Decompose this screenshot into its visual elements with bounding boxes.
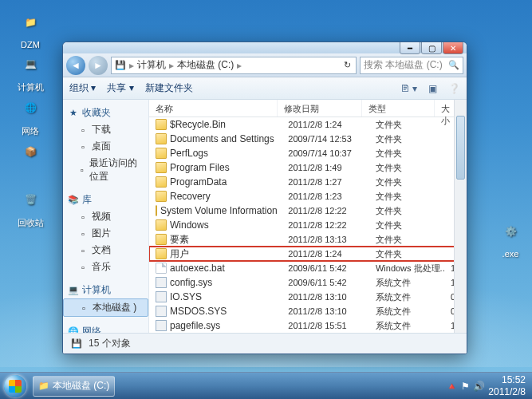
desktop-icon-unknown[interactable]: 📦: [6, 136, 54, 169]
crumb-sep: ▸: [169, 60, 174, 71]
file-row[interactable]: Documents and Settings2009/7/14 12:53文件夹: [149, 132, 467, 146]
file-name: 用户: [170, 247, 189, 261]
folder-icon: 📁: [38, 381, 49, 392]
file-name: Documents and Settings: [170, 133, 274, 144]
tray-volume-icon[interactable]: 🔊: [473, 381, 485, 392]
file-row[interactable]: 要素2011/2/8 13:13文件夹: [149, 232, 467, 247]
sysfile-icon: [156, 306, 167, 317]
clock[interactable]: 15:52 2011/2/8: [488, 374, 526, 397]
file-row[interactable]: Windows2011/2/8 12:22文件夹: [149, 218, 467, 232]
file-type: 文件夹: [369, 205, 444, 217]
start-button[interactable]: [0, 373, 30, 400]
file-row[interactable]: $Recycle.Bin2011/2/8 1:24文件夹: [149, 117, 467, 132]
folder-icon: [156, 162, 167, 173]
crumb-drive[interactable]: 本地磁盘 (C:): [177, 58, 234, 72]
address-bar[interactable]: 💾 ▸ 计算机 ▸ 本地磁盘 (C:) ▸ ↻: [111, 57, 357, 74]
organize-button[interactable]: 组织 ▾: [69, 81, 96, 95]
desktop-icon-computer[interactable]: 💻计算机: [6, 48, 54, 93]
sidebar-item[interactable]: ▫视频: [63, 208, 148, 225]
help-icon[interactable]: ❔: [448, 83, 460, 94]
taskbar: 📁 本地磁盘 (C:) 🔺 ⚑ 🔊 15:52 2011/2/8: [0, 372, 532, 399]
file-type: 文件夹: [369, 219, 444, 231]
sysfile-icon: [156, 291, 167, 302]
toolbar: 组织 ▾ 共享 ▾ 新建文件夹 🖹 ▾ ▣ ❔: [63, 77, 467, 100]
file-type: 系统文件: [369, 306, 444, 318]
file-name: System Volume Information: [160, 205, 278, 216]
sidebar-group-header[interactable]: ★收藏夹: [63, 105, 148, 121]
file-type: 文件夹: [369, 119, 444, 131]
scrollbar[interactable]: [454, 100, 467, 333]
maximize-button[interactable]: ▢: [421, 41, 442, 54]
sidebar-item[interactable]: ▫图片: [63, 225, 148, 242]
view-icon[interactable]: 🖹 ▾: [400, 83, 417, 94]
clock-date: 2011/2/8: [488, 386, 526, 397]
desktop-icon-dzm[interactable]: 📁DZM: [6, 6, 54, 49]
sidebar-item[interactable]: ▫本地磁盘 ): [63, 298, 148, 317]
close-button[interactable]: ✕: [443, 41, 463, 54]
titlebar[interactable]: ━ ▢ ✕: [63, 42, 467, 53]
explorer-window: ━ ▢ ✕ ◄ ► 💾 ▸ 计算机 ▸ 本地磁盘 (C:) ▸ ↻ 搜索 本地磁…: [62, 41, 467, 354]
folder-icon: [156, 133, 167, 144]
sidebar-item[interactable]: ▫文档: [63, 242, 148, 259]
crumb-sep: ▸: [237, 60, 242, 71]
sidebar-group-header[interactable]: 📚库: [63, 192, 148, 208]
crumb-sep: ▸: [129, 60, 134, 71]
newfolder-button[interactable]: 新建文件夹: [145, 81, 193, 95]
sidebar-item-label: 最近访问的位置: [89, 156, 144, 184]
scrollbar-thumb[interactable]: [456, 116, 465, 180]
refresh-icon[interactable]: ↻: [341, 60, 353, 71]
file-row[interactable]: config.sys2009/6/11 5:42系统文件1 KB: [149, 275, 467, 290]
sidebar-item[interactable]: ▫桌面: [63, 138, 148, 155]
search-box[interactable]: 搜索 本地磁盘 (C:) 🔍: [360, 57, 463, 74]
sidebar-group-header[interactable]: 💻计算机: [63, 282, 148, 298]
file-row[interactable]: MSDOS.SYS2011/2/8 13:10系统文件0 KB: [149, 304, 467, 318]
share-button[interactable]: 共享 ▾: [107, 81, 133, 95]
file-row[interactable]: ProgramData2011/2/8 1:27文件夹: [149, 175, 467, 189]
search-icon: 🔍: [448, 60, 459, 71]
sidebar-item[interactable]: ▫音乐: [63, 259, 148, 275]
preview-icon[interactable]: ▣: [428, 83, 437, 94]
desktop-icon-exe[interactable]: ⚙️.exe: [487, 215, 532, 259]
taskbar-item[interactable]: 📁 本地磁盘 (C:): [33, 376, 115, 397]
item-icon: ▫: [77, 141, 89, 152]
file-modified: 2011/2/8 15:51: [282, 321, 369, 330]
file-type: 文件夹: [369, 148, 444, 160]
col-type[interactable]: 类型: [362, 100, 435, 117]
file-row[interactable]: pagefile.sys2011/2/8 15:51系统文件1,048,576.…: [149, 318, 467, 333]
tray-flag-icon[interactable]: 🔺: [446, 381, 458, 392]
file-type: 文件夹: [369, 162, 444, 174]
back-button[interactable]: ◄: [66, 56, 85, 75]
drive-icon: 💾: [71, 338, 82, 350]
file-row[interactable]: Recovery2011/2/8 1:23文件夹: [149, 189, 467, 203]
file-type: 系统文件: [369, 277, 444, 289]
sidebar-item[interactable]: ▫最近访问的位置: [63, 155, 148, 185]
sidebar-item-label: 文档: [92, 243, 111, 257]
col-modified[interactable]: 修改日期: [278, 100, 362, 117]
file-name: config.sys: [170, 277, 212, 288]
file-name: $Recycle.Bin: [170, 119, 226, 130]
desktop-icon-recycle[interactable]: 🗑️回收站: [6, 184, 54, 229]
file-name: IO.SYS: [170, 291, 202, 302]
sidebar-group-header[interactable]: 🌐网络: [63, 323, 148, 333]
file-name: pagefile.sys: [170, 320, 220, 331]
forward-button[interactable]: ►: [89, 56, 108, 75]
system-tray[interactable]: 🔺 ⚑ 🔊 15:52 2011/2/8: [439, 374, 532, 397]
file-row[interactable]: Program Files2011/2/8 1:49文件夹: [149, 160, 467, 175]
file-row[interactable]: autoexec.bat2009/6/11 5:42Windows 批处理...…: [149, 261, 467, 275]
file-row[interactable]: PerfLogs2009/7/14 10:37文件夹: [149, 146, 467, 160]
crumb-computer[interactable]: 计算机: [137, 58, 166, 72]
sidebar-item-label: 图片: [92, 227, 111, 240]
desktop-icon-network[interactable]: 🌐网络: [6, 92, 54, 137]
file-row[interactable]: IO.SYS2011/2/8 13:10系统文件0 KB: [149, 290, 467, 304]
group-label: 库: [82, 193, 92, 207]
item-icon: ▫: [77, 124, 89, 136]
tray-flag-icon[interactable]: ⚑: [461, 381, 470, 392]
file-type: 文件夹: [369, 248, 444, 260]
folder-icon: [156, 191, 167, 202]
sidebar-item[interactable]: ▫下载: [63, 121, 148, 138]
file-row[interactable]: System Volume Information2011/2/8 12:22文…: [149, 203, 467, 218]
file-row[interactable]: 用户2011/2/8 1:24文件夹: [149, 247, 467, 261]
col-name[interactable]: 名称: [149, 100, 278, 117]
minimize-button[interactable]: ━: [400, 41, 420, 54]
folder-icon: [156, 148, 167, 159]
